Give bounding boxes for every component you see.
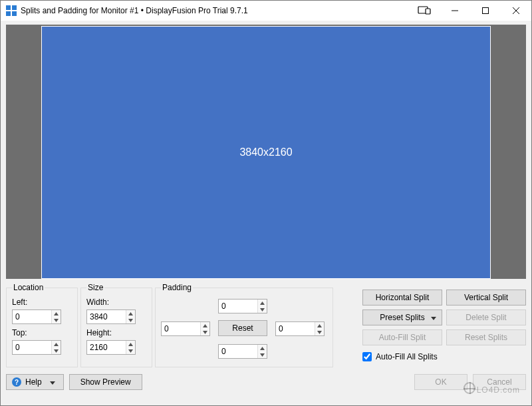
spin-down-icon[interactable] bbox=[52, 347, 61, 354]
padding-group: Padding bbox=[155, 283, 333, 367]
auto-fill-all-row[interactable]: Auto-Fill All Splits bbox=[362, 352, 526, 361]
left-spinner[interactable] bbox=[12, 309, 61, 324]
top-spinner[interactable] bbox=[12, 340, 61, 355]
svg-rect-2 bbox=[6, 11, 11, 16]
cancel-button[interactable]: Cancel bbox=[473, 374, 526, 390]
padding-top-input[interactable] bbox=[219, 300, 257, 313]
padding-right-spinner[interactable] bbox=[275, 321, 325, 336]
horizontal-split-button[interactable]: Horizontal Split bbox=[362, 290, 442, 305]
spinner-buttons[interactable] bbox=[126, 310, 135, 323]
spinner-buttons[interactable] bbox=[126, 341, 135, 354]
delete-split-button[interactable]: Delete Split bbox=[446, 309, 526, 325]
monitor-preview[interactable]: 3840x2160 bbox=[41, 26, 491, 279]
preset-splits-button[interactable]: Preset Splits bbox=[362, 309, 442, 325]
preset-splits-label: Preset Splits bbox=[380, 313, 424, 322]
bottom-bar: ? Help Show Preview OK Cancel bbox=[1, 370, 531, 395]
auto-fill-split-button[interactable]: Auto-Fill Split bbox=[362, 329, 442, 345]
show-preview-button[interactable]: Show Preview bbox=[69, 374, 142, 390]
help-icon: ? bbox=[12, 377, 21, 387]
chevron-down-icon bbox=[431, 313, 436, 322]
padding-bottom-spinner[interactable] bbox=[218, 344, 267, 359]
controls-row: Location Left: Top: bbox=[1, 280, 531, 370]
spin-up-icon[interactable] bbox=[126, 310, 135, 317]
window: Splits and Padding for Monitor #1 • Disp… bbox=[0, 0, 532, 406]
client-area: 3840x2160 Location Left: bbox=[1, 21, 531, 405]
width-input[interactable] bbox=[87, 310, 126, 323]
spin-down-icon[interactable] bbox=[258, 351, 267, 358]
spin-down-icon[interactable] bbox=[258, 306, 267, 313]
auto-fill-all-checkbox[interactable] bbox=[362, 352, 372, 361]
padding-top-spinner[interactable] bbox=[218, 299, 267, 313]
svg-rect-7 bbox=[483, 8, 489, 14]
left-input[interactable] bbox=[13, 310, 51, 323]
preview-container: 3840x2160 bbox=[1, 21, 531, 280]
left-label: Left: bbox=[12, 298, 72, 307]
monitor-control-icon[interactable] bbox=[409, 1, 440, 21]
width-spinner[interactable] bbox=[86, 309, 136, 324]
padding-legend: Padding bbox=[161, 283, 193, 292]
svg-rect-1 bbox=[12, 5, 17, 10]
spin-up-icon[interactable] bbox=[258, 345, 267, 351]
svg-rect-5 bbox=[426, 9, 430, 14]
height-input[interactable] bbox=[87, 341, 126, 354]
spin-down-icon[interactable] bbox=[126, 347, 135, 354]
spin-down-icon[interactable] bbox=[126, 317, 135, 323]
help-button[interactable]: ? Help bbox=[6, 374, 64, 390]
help-label: Help bbox=[25, 377, 42, 387]
svg-rect-3 bbox=[12, 11, 17, 16]
minimize-button[interactable] bbox=[440, 1, 470, 21]
close-button[interactable] bbox=[501, 1, 531, 21]
top-input[interactable] bbox=[13, 341, 51, 354]
reset-splits-button[interactable]: Reset Splits bbox=[446, 329, 526, 345]
spinner-buttons[interactable] bbox=[51, 310, 61, 323]
padding-reset-button[interactable]: Reset bbox=[218, 320, 267, 336]
spin-down-icon[interactable] bbox=[201, 329, 209, 335]
height-label: Height: bbox=[86, 328, 146, 337]
spinner-buttons[interactable] bbox=[315, 322, 324, 335]
spin-up-icon[interactable] bbox=[52, 310, 61, 317]
spin-down-icon[interactable] bbox=[315, 329, 324, 335]
width-label: Width: bbox=[86, 298, 146, 307]
spin-up-icon[interactable] bbox=[258, 300, 267, 306]
location-group: Location Left: Top: bbox=[6, 283, 78, 367]
location-legend: Location bbox=[12, 283, 45, 292]
spin-up-icon[interactable] bbox=[126, 341, 135, 347]
top-label: Top: bbox=[12, 328, 72, 337]
titlebar: Splits and Padding for Monitor #1 • Disp… bbox=[1, 1, 531, 21]
auto-fill-all-label: Auto-Fill All Splits bbox=[376, 352, 438, 361]
padding-bottom-input[interactable] bbox=[219, 345, 257, 358]
ok-button[interactable]: OK bbox=[414, 374, 467, 390]
spinner-buttons[interactable] bbox=[257, 345, 267, 358]
padding-right-input[interactable] bbox=[276, 322, 315, 335]
preview-background: 3840x2160 bbox=[6, 25, 526, 279]
size-legend: Size bbox=[86, 283, 104, 292]
spin-up-icon[interactable] bbox=[52, 341, 61, 347]
height-spinner[interactable] bbox=[86, 340, 136, 355]
spin-up-icon[interactable] bbox=[315, 322, 324, 329]
vertical-split-button[interactable]: Vertical Split bbox=[446, 290, 526, 305]
split-buttons-grid: Horizontal Split Vertical Split Preset S… bbox=[362, 290, 526, 345]
spinner-buttons[interactable] bbox=[51, 341, 61, 354]
spinner-buttons[interactable] bbox=[257, 300, 267, 313]
monitor-resolution-label: 3840x2160 bbox=[239, 146, 292, 158]
app-icon bbox=[6, 5, 17, 16]
chevron-down-icon bbox=[50, 377, 55, 387]
maximize-button[interactable] bbox=[470, 1, 501, 21]
spin-down-icon[interactable] bbox=[52, 317, 61, 323]
window-title: Splits and Padding for Monitor #1 • Disp… bbox=[21, 6, 248, 15]
spinner-buttons[interactable] bbox=[200, 322, 209, 335]
size-group: Size Width: Height: bbox=[80, 283, 152, 367]
svg-rect-0 bbox=[6, 5, 11, 10]
padding-left-spinner[interactable] bbox=[161, 321, 210, 336]
spin-up-icon[interactable] bbox=[201, 322, 209, 329]
padding-left-input[interactable] bbox=[162, 322, 200, 335]
